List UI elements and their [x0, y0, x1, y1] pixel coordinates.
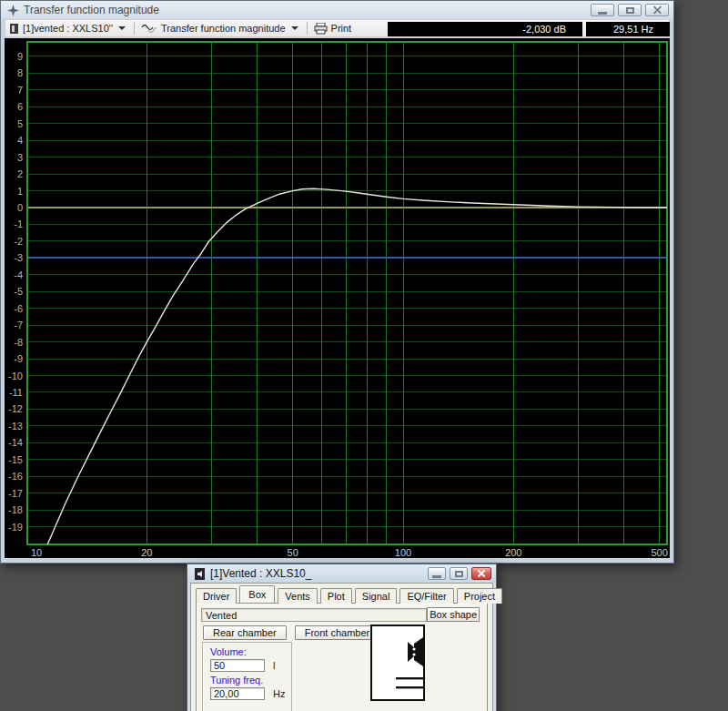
- dialog-tab-strip: DriverBoxVentsPlotSignalEQ/FilterProject: [196, 586, 488, 603]
- y-axis-tick-label: -18: [8, 504, 23, 515]
- dialog-titlebar[interactable]: [1]Vented : XXLS10_: [187, 564, 496, 583]
- box-cross-section-diagram: [370, 625, 425, 701]
- tab-eq-filter[interactable]: EQ/Filter: [399, 588, 453, 604]
- y-axis-tick-label: 8: [17, 67, 23, 78]
- maximize-icon: [455, 571, 463, 577]
- tuning-freq-unit: Hz: [273, 688, 285, 699]
- box-type-field[interactable]: Vented: [201, 608, 427, 622]
- front-chamber-button[interactable]: Front chamber: [295, 625, 380, 640]
- y-axis-tick-label: -10: [8, 371, 23, 381]
- speaker-driver-icon: [9, 23, 19, 35]
- y-axis-tick-label: -16: [8, 471, 23, 482]
- x-axis-tick-label: 20: [141, 547, 152, 558]
- y-axis-tick-label: -3: [14, 252, 23, 263]
- y-axis-tick-label: -1: [14, 218, 23, 229]
- x-axis-tick-label: 50: [288, 547, 298, 558]
- y-axis-tick-label: -4: [14, 269, 23, 280]
- view-selector-label[interactable]: Transfer function magnitude: [161, 23, 286, 34]
- minimize-icon: [432, 575, 441, 578]
- y-axis-tick-label: 4: [17, 135, 23, 146]
- printer-icon: [314, 23, 328, 35]
- tuning-freq-label: Tuning freq.: [210, 675, 291, 686]
- dialog-close-button[interactable]: [471, 567, 491, 580]
- y-axis-tick-label: -14: [8, 437, 23, 448]
- y-axis-tick-label: 7: [17, 85, 23, 96]
- y-axis-tick-label: -13: [8, 421, 23, 432]
- y-axis-tick-label: 9: [17, 51, 23, 62]
- main-titlebar[interactable]: Transfer function magnitude: [1, 1, 673, 19]
- y-axis-tick-label: -6: [14, 303, 23, 314]
- print-button[interactable]: Print: [331, 23, 352, 34]
- frequency-readout: 29,51 Hz: [586, 22, 670, 36]
- minimize-icon: [598, 12, 607, 15]
- y-axis-tick-label: 0: [17, 202, 23, 213]
- y-axis-tick-label: 3: [17, 152, 23, 163]
- y-axis-tick-label: 2: [17, 168, 23, 179]
- speaker-box-icon: [194, 568, 206, 580]
- tab-box[interactable]: Box: [239, 585, 275, 603]
- port-line-bottom: [396, 686, 423, 688]
- volume-input[interactable]: [210, 659, 265, 672]
- port-line-top: [396, 677, 423, 679]
- rear-chamber-group: Volume: l Tuning freq. Hz: [202, 642, 292, 711]
- y-axis-tick-label: -9: [14, 353, 23, 364]
- x-axis-tick-label: 500: [652, 547, 668, 558]
- dialog-minimize-button[interactable]: [428, 567, 446, 580]
- toolbar: [1]vented : XXLS10'' Transfer function m…: [5, 19, 670, 37]
- x-axis-tick-label: 200: [505, 547, 521, 558]
- view-dropdown-arrow-icon[interactable]: [291, 26, 298, 30]
- vented-box-dialog: [1]Vented : XXLS10_ DriverBoxVentsPlotSi…: [187, 564, 497, 711]
- x-axis-tick-label: 100: [395, 547, 411, 558]
- tuning-freq-input[interactable]: [210, 687, 265, 700]
- x-axis-tick-label: 10: [31, 547, 42, 558]
- box-shape-button[interactable]: Box shape: [427, 607, 480, 622]
- minimize-button[interactable]: [591, 4, 614, 16]
- y-axis-tick-label: -12: [8, 403, 23, 414]
- close-button[interactable]: [645, 4, 669, 16]
- volume-unit: l: [273, 660, 275, 671]
- dialog-client-area: DriverBoxVentsPlotSignalEQ/FilterProject…: [190, 583, 493, 711]
- box-diagram-canvas: [372, 626, 423, 699]
- y-axis-tick-label: -15: [8, 454, 23, 465]
- maximize-icon: [626, 7, 634, 14]
- box-tab-page: Vented Box shape Rear chamberFront chamb…: [196, 603, 488, 711]
- volume-label: Volume:: [210, 646, 291, 657]
- y-axis-tick-label: 5: [17, 118, 23, 129]
- y-axis-tick-label: -19: [8, 522, 23, 533]
- toolbar-separator: [134, 22, 135, 35]
- transfer-function-window: Transfer function magnitude [1]vented : …: [0, 0, 674, 564]
- tab-plot[interactable]: Plot: [320, 588, 352, 604]
- y-axis-tick-label: -11: [9, 387, 23, 398]
- project-selector-label[interactable]: [1]vented : XXLS10'': [23, 23, 113, 34]
- y-axis-tick-label: -2: [14, 236, 23, 247]
- tab-driver[interactable]: Driver: [196, 588, 237, 604]
- y-axis-tick-label: 6: [17, 101, 23, 112]
- main-window-title: Transfer function magnitude: [24, 4, 159, 16]
- tab-vents[interactable]: Vents: [278, 588, 318, 604]
- tab-signal[interactable]: Signal: [355, 588, 398, 604]
- dialog-title: [1]Vented : XXLS10_: [210, 567, 311, 580]
- y-axis-tick-label: -8: [14, 337, 23, 348]
- maximize-button[interactable]: [618, 4, 642, 16]
- dialog-maximize-button[interactable]: [450, 567, 468, 580]
- y-axis-tick-label: -5: [14, 286, 23, 297]
- y-axis-tick-label: -7: [14, 320, 23, 330]
- sine-wave-icon: [141, 24, 157, 34]
- y-axis-tick-label: -17: [8, 488, 23, 499]
- plot-canvas[interactable]: 9876543210-1-2-3-4-5-6-7-8-9-10-11-12-13…: [5, 38, 670, 558]
- y-axis-tick-label: 1: [17, 186, 23, 197]
- chamber-button-row: Rear chamberFront chamber: [203, 625, 482, 640]
- rear-chamber-button[interactable]: Rear chamber: [203, 625, 287, 640]
- project-dropdown-arrow-icon[interactable]: [118, 26, 126, 30]
- four-pointed-star-icon: [7, 5, 19, 16]
- magnitude-readout: -2,030 dB: [388, 22, 582, 36]
- driver-symbol: [408, 637, 423, 666]
- toolbar-separator: [307, 22, 308, 35]
- transfer-function-plot[interactable]: 9876543210-1-2-3-4-5-6-7-8-9-10-11-12-13…: [5, 38, 670, 558]
- tab-project[interactable]: Project: [457, 588, 502, 604]
